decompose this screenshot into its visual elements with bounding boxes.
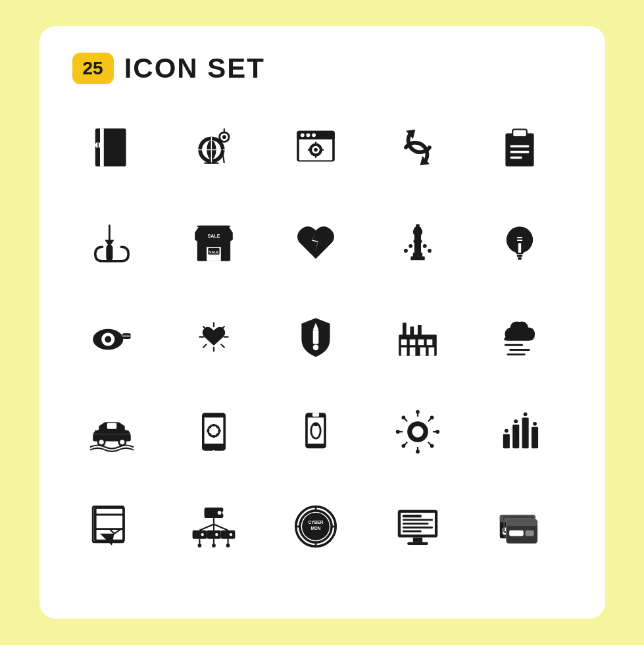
svg-point-152 <box>217 511 221 515</box>
svg-line-157 <box>214 524 228 530</box>
svg-rect-32 <box>512 130 527 138</box>
svg-point-19 <box>306 133 310 137</box>
svg-line-155 <box>199 524 214 530</box>
chess-icon <box>378 203 457 282</box>
svg-rect-49 <box>416 224 420 228</box>
cards-icon <box>480 487 559 566</box>
svg-rect-80 <box>410 340 416 346</box>
svg-line-74 <box>203 345 206 348</box>
svg-point-143 <box>505 429 508 433</box>
svg-rect-184 <box>403 519 433 521</box>
svg-rect-183 <box>403 515 422 517</box>
clipboard-icon <box>480 108 559 187</box>
science-phone-icon <box>174 392 253 471</box>
svg-rect-187 <box>403 530 422 532</box>
svg-point-161 <box>201 533 203 536</box>
dropper-shield-icon <box>276 297 355 376</box>
svg-point-119 <box>312 424 320 437</box>
svg-rect-158 <box>192 530 207 539</box>
svg-rect-75 <box>313 330 319 344</box>
page-title: ICON SET <box>124 53 265 84</box>
cyber-monday-icon: CYBER MON <box>276 487 355 566</box>
svg-line-73 <box>221 326 224 329</box>
svg-rect-117 <box>312 413 319 417</box>
svg-rect-84 <box>410 348 416 356</box>
car-flood-icon <box>72 392 151 471</box>
svg-line-135 <box>405 442 407 445</box>
svg-rect-33 <box>510 145 530 147</box>
server-network-icon <box>174 487 253 566</box>
svg-point-99 <box>94 426 99 430</box>
svg-point-52 <box>423 244 427 248</box>
svg-rect-89 <box>418 325 422 336</box>
svg-rect-0 <box>95 128 126 167</box>
svg-point-134 <box>430 416 434 420</box>
svg-line-131 <box>405 419 407 421</box>
news-monitor-icon <box>378 487 457 566</box>
icon-grid: SALE SALE <box>72 108 572 566</box>
svg-rect-160 <box>220 530 235 539</box>
svg-rect-186 <box>403 527 433 529</box>
header: 25 ICON SET <box>72 53 572 84</box>
svg-point-162 <box>215 533 218 536</box>
virus-icon <box>378 392 457 471</box>
svg-rect-58 <box>517 255 523 257</box>
svg-point-54 <box>418 240 422 244</box>
svg-point-77 <box>313 345 319 351</box>
svg-point-168 <box>212 544 216 548</box>
svg-line-137 <box>428 442 431 445</box>
svg-text:MON: MON <box>310 526 320 530</box>
svg-rect-81 <box>418 340 424 346</box>
factory-icon <box>378 297 457 376</box>
svg-point-136 <box>402 444 406 448</box>
svg-line-72 <box>221 345 224 348</box>
svg-rect-37 <box>106 245 112 261</box>
svg-point-167 <box>197 544 201 548</box>
svg-point-18 <box>301 133 305 137</box>
svg-rect-197 <box>509 530 524 536</box>
svg-rect-142 <box>532 427 538 448</box>
svg-point-130 <box>435 430 439 434</box>
main-card: 25 ICON SET <box>39 26 605 619</box>
svg-point-100 <box>124 426 129 430</box>
design-tools-icon <box>72 487 151 566</box>
phone-bottle-icon <box>276 392 355 471</box>
blueprint-icon <box>72 108 151 187</box>
svg-rect-196 <box>507 519 537 526</box>
svg-point-23 <box>314 148 318 152</box>
svg-rect-30 <box>506 133 534 166</box>
svg-rect-34 <box>510 151 530 153</box>
svg-point-53 <box>428 249 432 253</box>
svg-rect-82 <box>427 340 433 346</box>
svg-rect-120 <box>314 423 318 426</box>
svg-point-122 <box>412 426 423 437</box>
svg-rect-198 <box>526 530 534 536</box>
svg-point-128 <box>396 430 400 434</box>
svg-point-112 <box>209 433 211 436</box>
svg-rect-139 <box>503 434 510 449</box>
svg-point-138 <box>430 444 434 448</box>
svg-rect-35 <box>510 157 522 159</box>
svg-rect-182 <box>407 542 428 545</box>
svg-rect-141 <box>522 417 529 448</box>
svg-rect-83 <box>401 348 407 356</box>
svg-point-124 <box>416 410 420 414</box>
svg-rect-86 <box>429 348 435 356</box>
svg-point-103 <box>212 450 215 453</box>
svg-point-106 <box>212 424 215 426</box>
svg-point-145 <box>524 412 528 416</box>
svg-line-133 <box>428 419 431 421</box>
svg-point-50 <box>404 249 408 253</box>
svg-point-153 <box>222 511 226 515</box>
bar-chart-icon <box>480 392 559 471</box>
svg-point-163 <box>229 533 232 536</box>
svg-point-12 <box>222 135 226 139</box>
svg-point-108 <box>207 429 209 432</box>
svg-point-116 <box>314 450 317 452</box>
svg-rect-181 <box>413 538 422 542</box>
svg-point-20 <box>312 133 316 137</box>
sale-store-icon: SALE SALE <box>174 203 253 282</box>
svg-rect-87 <box>403 322 407 336</box>
swipe-down-icon <box>72 203 151 282</box>
svg-rect-159 <box>207 530 221 539</box>
